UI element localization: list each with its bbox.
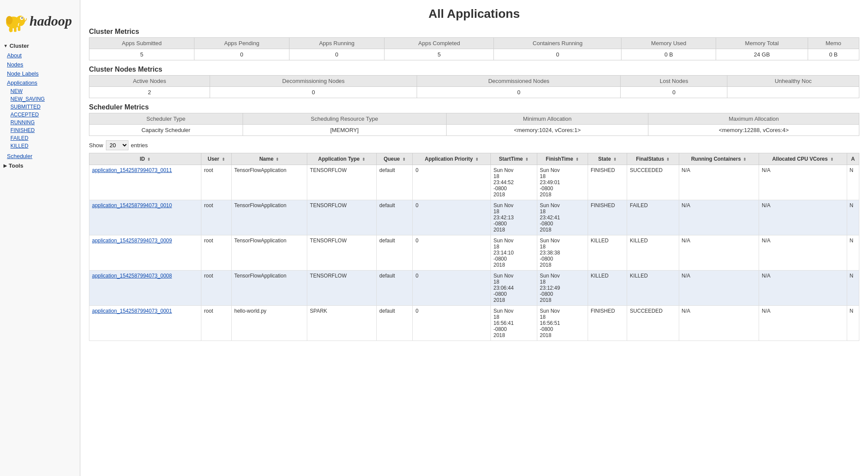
app-finish-time: Sun Nov 18 23:38:38 -0800 2018 bbox=[540, 238, 560, 268]
sidebar-tools-header[interactable]: ▶ Tools bbox=[0, 161, 80, 171]
app-finish-time: Sun Nov 18 16:56:51 -0800 2018 bbox=[540, 308, 560, 338]
cnm-header-2: Decommissioned Nodes bbox=[417, 76, 621, 87]
table-row: application_1542587994073_0010rootTensor… bbox=[89, 200, 859, 235]
id-sort-icon[interactable]: ⇕ bbox=[147, 157, 151, 162]
cm-header-0: Apps Submitted bbox=[89, 38, 194, 49]
tools-label: Tools bbox=[9, 162, 23, 169]
app-name: TensorFlowApplication bbox=[234, 167, 286, 173]
sidebar-item-new-saving[interactable]: NEW_SAVING bbox=[0, 95, 80, 103]
app-queue: default bbox=[379, 308, 395, 314]
app-type: TENSORFLOW bbox=[310, 202, 347, 208]
apps-th-extra: A bbox=[847, 153, 859, 165]
app-state: KILLED bbox=[591, 273, 608, 279]
svg-point-4 bbox=[6, 16, 13, 25]
cnm-val-2: 0 bbox=[417, 87, 621, 98]
app-priority: 0 bbox=[415, 167, 418, 173]
app-finish-time: Sun Nov 18 23:49:01 -0800 2018 bbox=[540, 167, 560, 198]
state-sort-icon[interactable]: ⇕ bbox=[613, 157, 617, 162]
app-start-time: Sun Nov 18 16:56:41 -0800 2018 bbox=[493, 308, 514, 338]
sm-header-0: Scheduler Type bbox=[89, 113, 243, 125]
table-row: application_1542587994073_0008rootTensor… bbox=[89, 271, 859, 306]
app-id-link[interactable]: application_1542587994073_0001 bbox=[92, 308, 172, 314]
app-id-link[interactable]: application_1542587994073_0010 bbox=[92, 202, 172, 208]
main-content: All Applications Cluster Metrics Apps Su… bbox=[80, 0, 868, 476]
app-id-link[interactable]: application_1542587994073_0008 bbox=[92, 273, 172, 279]
app-running-containers: N/A bbox=[682, 273, 690, 279]
svg-point-3 bbox=[21, 17, 23, 19]
apps-th-priority[interactable]: Application Priority ⇕ bbox=[413, 153, 491, 165]
sidebar-item-node-labels[interactable]: Node Labels bbox=[0, 69, 80, 78]
priority-sort-icon[interactable]: ⇕ bbox=[475, 157, 479, 162]
finalstatus-sort-icon[interactable]: ⇕ bbox=[666, 157, 670, 162]
apps-th-running-label: Running Containers bbox=[691, 156, 741, 162]
app-running-containers: N/A bbox=[682, 308, 690, 314]
sidebar-item-running[interactable]: RUNNING bbox=[0, 119, 80, 126]
queue-sort-icon[interactable]: ⇕ bbox=[402, 157, 406, 162]
apps-th-user-label: User bbox=[208, 156, 220, 162]
apps-th-name-label: Name bbox=[259, 156, 273, 162]
apps-th-user[interactable]: User ⇕ bbox=[201, 153, 231, 165]
svg-rect-5 bbox=[10, 27, 13, 32]
sidebar-tools-section: ▶ Tools bbox=[0, 161, 80, 171]
cnm-header-1: Decommissioning Nodes bbox=[210, 76, 417, 87]
sm-header-3: Maximum Allocation bbox=[648, 113, 859, 125]
app-running-containers: N/A bbox=[682, 238, 690, 244]
cm-val-1: 0 bbox=[194, 49, 289, 60]
apps-th-finalstatus[interactable]: FinalStatus ⇕ bbox=[627, 153, 679, 165]
app-id-link[interactable]: application_1542587994073_0011 bbox=[92, 167, 172, 173]
apps-th-finish[interactable]: FinishTime ⇕ bbox=[537, 153, 588, 165]
app-name: hello-world.py bbox=[234, 308, 266, 314]
cpu-sort-icon[interactable]: ⇕ bbox=[830, 157, 834, 162]
sidebar-item-killed[interactable]: KILLED bbox=[0, 142, 80, 150]
table-row: application_1542587994073_0011rootTensor… bbox=[89, 165, 859, 200]
cluster-label: Cluster bbox=[10, 43, 29, 49]
app-state: FINISHED bbox=[591, 308, 615, 314]
apps-th-allocated-cpu[interactable]: Allocated CPU VCores ⇕ bbox=[759, 153, 847, 165]
sidebar-item-new[interactable]: NEW bbox=[0, 87, 80, 95]
apps-th-name[interactable]: Name ⇕ bbox=[231, 153, 307, 165]
running-sort-icon[interactable]: ⇕ bbox=[743, 157, 746, 162]
app-type: TENSORFLOW bbox=[310, 273, 347, 279]
sidebar-item-failed[interactable]: FAILED bbox=[0, 134, 80, 142]
sidebar-item-submitted[interactable]: SUBMITTED bbox=[0, 103, 80, 111]
sidebar-cluster-header[interactable]: ▼ Cluster bbox=[0, 41, 80, 51]
sidebar-item-applications[interactable]: Applications bbox=[0, 78, 80, 87]
type-sort-icon[interactable]: ⇕ bbox=[362, 157, 365, 162]
sidebar-item-about[interactable]: About bbox=[0, 51, 80, 60]
sidebar-item-nodes[interactable]: Nodes bbox=[0, 60, 80, 69]
cluster-nodes-metrics-title: Cluster Nodes Metrics bbox=[89, 66, 859, 73]
apps-th-state[interactable]: State ⇕ bbox=[588, 153, 627, 165]
app-type: TENSORFLOW bbox=[310, 167, 347, 173]
apps-table: ID ⇕ User ⇕ Name ⇕ Application Type bbox=[89, 153, 859, 341]
app-allocated-cpu: N/A bbox=[762, 167, 770, 173]
start-sort-icon[interactable]: ⇕ bbox=[525, 157, 529, 162]
app-allocated-cpu: N/A bbox=[762, 202, 770, 208]
cluster-metrics-title: Cluster Metrics bbox=[89, 28, 859, 36]
app-extra: N bbox=[850, 238, 854, 244]
app-start-time: Sun Nov 18 23:42:13 -0800 2018 bbox=[493, 202, 514, 233]
svg-rect-7 bbox=[18, 26, 20, 31]
finish-sort-icon[interactable]: ⇕ bbox=[575, 157, 579, 162]
sidebar-item-accepted[interactable]: ACCEPTED bbox=[0, 111, 80, 119]
sidebar-item-scheduler[interactable]: Scheduler bbox=[0, 152, 80, 161]
name-sort-icon[interactable]: ⇕ bbox=[276, 157, 279, 162]
app-allocated-cpu: N/A bbox=[762, 238, 770, 244]
cm-header-4: Containers Running bbox=[494, 38, 621, 49]
logo-area: hadoop bbox=[0, 3, 80, 41]
entries-select[interactable]: 10 20 50 100 bbox=[106, 140, 128, 150]
cnm-val-4 bbox=[727, 87, 859, 98]
app-priority: 0 bbox=[415, 238, 418, 244]
app-name: TensorFlowApplication bbox=[234, 273, 286, 279]
apps-th-running-containers[interactable]: Running Containers ⇕ bbox=[679, 153, 759, 165]
user-sort-icon[interactable]: ⇕ bbox=[222, 157, 225, 162]
cnm-val-3: 0 bbox=[621, 87, 727, 98]
apps-th-id[interactable]: ID ⇕ bbox=[89, 153, 201, 165]
app-id-link[interactable]: application_1542587994073_0009 bbox=[92, 238, 172, 244]
sidebar-item-finished[interactable]: FINISHED bbox=[0, 126, 80, 134]
apps-th-type[interactable]: Application Type ⇕ bbox=[307, 153, 377, 165]
apps-th-state-label: State bbox=[598, 156, 611, 162]
app-type: TENSORFLOW bbox=[310, 238, 347, 244]
show-label: Show bbox=[89, 142, 103, 149]
apps-th-start[interactable]: StartTime ⇕ bbox=[490, 153, 537, 165]
apps-th-queue[interactable]: Queue ⇕ bbox=[377, 153, 413, 165]
